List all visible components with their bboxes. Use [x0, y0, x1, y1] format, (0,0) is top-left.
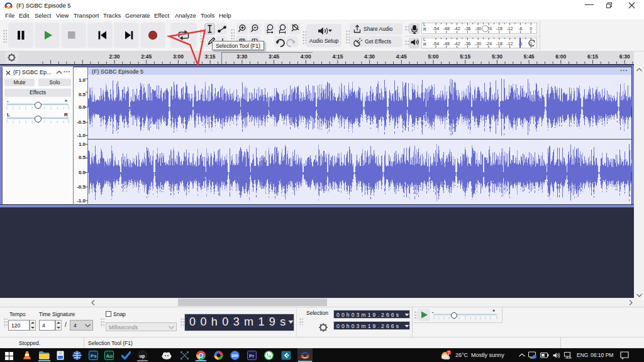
svg-text:7: 7: [448, 351, 450, 355]
svg-text:-6: -6: [518, 26, 522, 31]
svg-text:-18: -18: [496, 26, 502, 31]
svg-text:-12: -12: [507, 41, 513, 46]
svg-text:-30: -30: [475, 26, 481, 31]
svg-text:0: 0: [530, 26, 532, 31]
svg-text:-42: -42: [454, 26, 460, 31]
svg-text:-54: -54: [433, 41, 439, 46]
svg-text:-54: -54: [433, 26, 439, 31]
svg-text:up: up: [140, 354, 145, 359]
svg-text:-36: -36: [464, 26, 470, 31]
svg-text:-48: -48: [443, 41, 450, 46]
svg-text:-18: -18: [496, 41, 502, 46]
svg-text:Au: Au: [106, 353, 113, 359]
svg-text:-12: -12: [507, 26, 513, 31]
svg-text:-48: -48: [443, 26, 450, 31]
svg-text:zm: zm: [231, 353, 238, 358]
svg-text:-24: -24: [486, 41, 492, 46]
svg-text:-36: -36: [464, 41, 470, 46]
svg-text:-42: -42: [454, 41, 460, 46]
svg-text:Pr: Pr: [249, 353, 254, 359]
svg-text:Ps: Ps: [91, 353, 97, 359]
svg-text:-30: -30: [475, 41, 481, 46]
